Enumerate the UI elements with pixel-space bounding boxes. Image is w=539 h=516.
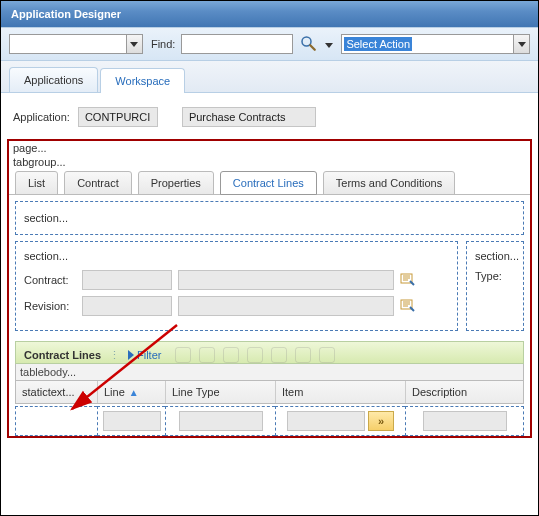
- section-label: section...: [24, 250, 449, 262]
- tablebody-placeholder: tablebody...: [16, 364, 80, 380]
- section-left[interactable]: section... Contract: Revision:: [15, 241, 458, 331]
- application-code-field: CONTPURCI: [78, 107, 158, 127]
- content-area: Application: CONTPURCI Purchase Contract…: [1, 93, 538, 135]
- chevron-down-icon[interactable]: [513, 35, 529, 53]
- ghost-icon: [199, 347, 215, 363]
- type-label: Type:: [475, 270, 502, 282]
- tab-contract-lines[interactable]: Contract Lines: [220, 171, 317, 195]
- inner-tabs: List Contract Properties Contract Lines …: [9, 169, 530, 195]
- revision-desc-field[interactable]: [178, 296, 394, 316]
- svg-line-1: [311, 45, 316, 50]
- section-right[interactable]: section... Type:: [466, 241, 524, 331]
- line-input[interactable]: [103, 411, 161, 431]
- quick-dropdown[interactable]: [9, 34, 143, 54]
- ghost-icon: [319, 347, 335, 363]
- contract-field[interactable]: [82, 270, 172, 290]
- sort-asc-icon: ▲: [129, 387, 139, 398]
- filter-button[interactable]: Filter: [128, 349, 161, 361]
- ghost-icon: [295, 347, 311, 363]
- col-line-type[interactable]: Line Type: [166, 381, 276, 403]
- select-action-dropdown[interactable]: Select Action: [341, 34, 530, 54]
- table-title: Contract Lines: [24, 349, 101, 361]
- application-desc-field: Purchase Contracts: [182, 107, 316, 127]
- ghost-icon: [271, 347, 287, 363]
- search-icon[interactable]: [299, 34, 317, 54]
- tab-applications[interactable]: Applications: [9, 67, 98, 92]
- toolbar: Find: Select Action: [1, 27, 538, 61]
- contract-desc-field[interactable]: [178, 270, 394, 290]
- app-title: Application Designer: [11, 8, 121, 20]
- chevron-down-icon[interactable]: [323, 38, 335, 50]
- col-item[interactable]: Item: [276, 381, 406, 403]
- column-headers: statictext... Line▲ Line Type Item Descr…: [15, 380, 524, 404]
- cell-description[interactable]: [405, 406, 524, 436]
- detail-menu-icon[interactable]: [400, 271, 418, 289]
- cell-static[interactable]: [15, 406, 97, 436]
- title-bar: Application Designer: [1, 1, 538, 27]
- select-action-value: Select Action: [344, 37, 412, 51]
- page-placeholder[interactable]: page...: [9, 141, 530, 155]
- main-tabs: Applications Workspace: [1, 61, 538, 93]
- tabgroup-placeholder[interactable]: tabgroup...: [9, 155, 530, 169]
- toolbar-disabled-icons: [175, 347, 335, 363]
- section-label: section...: [475, 250, 515, 262]
- tab-list[interactable]: List: [15, 171, 58, 195]
- ghost-icon: [247, 347, 263, 363]
- item-input[interactable]: [287, 411, 365, 431]
- cell-item[interactable]: »: [275, 406, 405, 436]
- section-label: section...: [24, 212, 68, 224]
- ghost-icon: [223, 347, 239, 363]
- designer-canvas: page... tabgroup... List Contract Proper…: [7, 139, 532, 438]
- detail-menu-icon[interactable]: [400, 297, 418, 315]
- cell-line-type[interactable]: [165, 406, 275, 436]
- item-go-button[interactable]: »: [368, 411, 394, 431]
- application-label: Application:: [13, 111, 70, 123]
- tab-workspace[interactable]: Workspace: [100, 68, 185, 93]
- col-statictext[interactable]: statictext...: [16, 381, 98, 403]
- col-line[interactable]: Line▲: [98, 381, 166, 403]
- chevron-down-icon[interactable]: [126, 35, 142, 53]
- cell-line[interactable]: [97, 406, 165, 436]
- table-row[interactable]: »: [15, 406, 524, 436]
- col-description[interactable]: Description: [406, 381, 523, 403]
- ghost-icon: [175, 347, 191, 363]
- application-row: Application: CONTPURCI Purchase Contract…: [13, 107, 526, 127]
- line-type-input[interactable]: [179, 411, 263, 431]
- table-header-bar: Contract Lines ⋮ Filter: [15, 341, 524, 364]
- revision-label: Revision:: [24, 300, 76, 312]
- tab-properties[interactable]: Properties: [138, 171, 214, 195]
- section-row: section... Contract: Revision: section..…: [15, 241, 524, 331]
- tab-terms[interactable]: Terms and Conditions: [323, 171, 455, 195]
- contract-label: Contract:: [24, 274, 76, 286]
- tab-contract[interactable]: Contract: [64, 171, 132, 195]
- find-input[interactable]: [181, 34, 293, 54]
- revision-field[interactable]: [82, 296, 172, 316]
- tablebody-bar[interactable]: tablebody...: [15, 364, 524, 380]
- find-label: Find:: [151, 38, 175, 50]
- description-input[interactable]: [423, 411, 507, 431]
- section-outer[interactable]: section...: [15, 201, 524, 235]
